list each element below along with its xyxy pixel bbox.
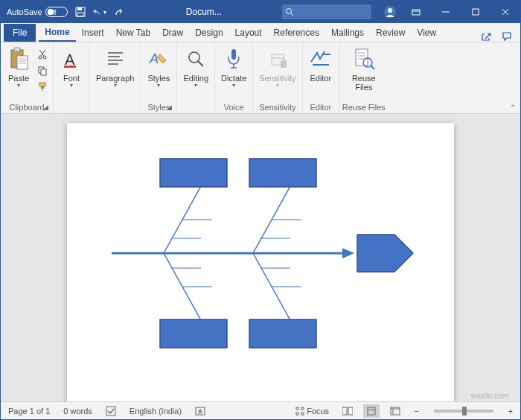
group-voice: Dictate▾ Voice [215, 42, 253, 113]
print-layout-button[interactable] [363, 404, 380, 418]
ribbon-display-button[interactable] [401, 1, 431, 23]
svg-text:A: A [149, 51, 159, 66]
svg-point-6 [388, 8, 392, 13]
undo-icon[interactable]: ▾ [93, 5, 106, 19]
editor-button[interactable]: Editor [306, 45, 336, 84]
reuse-files-button[interactable]: Reuse Files [349, 45, 379, 93]
collapse-ribbon-button[interactable]: ⌃ [510, 104, 516, 112]
reuse-label: Reuse Files [352, 74, 376, 92]
svg-rect-75 [296, 407, 298, 410]
tab-review[interactable]: Review [370, 24, 411, 42]
font-button[interactable]: A Font▾ [57, 45, 86, 91]
word-window: AutoSave Off ▾ Docum... [0, 0, 521, 420]
titlebar: AutoSave Off ▾ Docum... [1, 1, 520, 23]
spellcheck-status[interactable] [103, 406, 119, 416]
svg-rect-25 [39, 83, 45, 86]
svg-rect-14 [14, 48, 20, 51]
svg-rect-80 [348, 407, 353, 415]
reuse-files-icon [352, 47, 376, 71]
minimize-button[interactable] [431, 1, 461, 23]
svg-line-73 [199, 411, 200, 414]
styles-launcher[interactable]: ◢ [167, 104, 172, 111]
web-layout-button[interactable] [387, 404, 403, 418]
accessibility-icon [195, 406, 205, 416]
tab-newtab[interactable]: New Tab [110, 24, 156, 42]
paste-button[interactable]: Paste▾ [4, 45, 33, 91]
tab-draw[interactable]: Draw [156, 24, 189, 42]
document-area[interactable] [1, 114, 520, 401]
tab-mailings[interactable]: Mailings [325, 24, 370, 42]
tab-layout[interactable]: Layout [229, 24, 268, 42]
tab-view[interactable]: View [411, 24, 442, 42]
zoom-thumb[interactable] [462, 407, 467, 416]
svg-rect-1 [77, 7, 82, 10]
group-styles: A Styles▾ Styles◢ [141, 42, 177, 113]
svg-rect-65 [160, 159, 227, 187]
editing-icon [184, 47, 208, 71]
svg-line-50 [371, 66, 374, 69]
svg-rect-10 [473, 9, 479, 15]
zoom-slider[interactable] [434, 410, 493, 413]
svg-point-71 [199, 409, 201, 410]
autosave-toggle[interactable]: AutoSave Off [7, 7, 68, 17]
read-mode-button[interactable] [339, 404, 356, 418]
comments-button[interactable] [496, 31, 517, 42]
ribbon-tabs: File Home Insert New Tab Draw Design Lay… [1, 23, 520, 42]
toggle-switch-icon: Off [45, 7, 68, 17]
styles-button[interactable]: A Styles▾ [144, 45, 173, 91]
tab-file[interactable]: File [4, 24, 36, 42]
focus-mode-button[interactable]: Focus [293, 407, 332, 416]
save-icon[interactable] [74, 5, 87, 19]
copy-button[interactable] [35, 63, 50, 78]
sensitivity-group-label: Sensitivity [259, 103, 296, 112]
clipboard-group-label: Clipboard [9, 103, 44, 112]
format-painter-button[interactable] [35, 80, 50, 95]
account-icon[interactable] [379, 5, 401, 19]
zoom-in-button[interactable]: + [505, 407, 516, 416]
svg-line-74 [200, 411, 202, 414]
tab-insert[interactable]: Insert [76, 24, 110, 42]
svg-rect-81 [368, 407, 375, 415]
svg-line-36 [198, 61, 203, 66]
svg-rect-24 [41, 69, 46, 75]
paragraph-button[interactable]: Paragraph▾ [93, 45, 137, 91]
group-font: A Font▾ [54, 42, 90, 113]
tab-references[interactable]: References [268, 24, 325, 42]
close-button[interactable] [490, 1, 520, 23]
focus-icon [295, 407, 304, 416]
svg-rect-77 [296, 413, 298, 415]
dictate-button[interactable]: Dictate▾ [218, 45, 249, 91]
svg-rect-68 [249, 319, 316, 348]
page[interactable] [67, 123, 454, 401]
search-icon [285, 7, 294, 16]
editing-button[interactable]: Editing▾ [180, 45, 211, 91]
word-count-status[interactable]: 0 words [60, 407, 95, 416]
svg-rect-26 [41, 86, 44, 89]
group-clipboard: Paste▾ Clipboard◢ [1, 42, 54, 113]
sensitivity-icon [266, 47, 290, 71]
sensitivity-button: Sensitivity▾ [256, 45, 299, 91]
spellcheck-icon [106, 406, 116, 416]
svg-rect-66 [249, 159, 316, 187]
share-button[interactable] [476, 31, 496, 42]
statusbar: Page 1 of 1 0 words English (India) Focu… [1, 401, 520, 419]
svg-point-20 [43, 56, 46, 59]
paste-icon [7, 47, 31, 71]
page-number-status[interactable]: Page 1 of 1 [5, 407, 53, 416]
accessibility-status[interactable] [192, 406, 208, 416]
maximize-button[interactable] [461, 1, 490, 23]
redo-icon[interactable] [112, 5, 126, 19]
tab-home[interactable]: Home [39, 24, 75, 42]
tab-design[interactable]: Design [189, 24, 228, 42]
language-status[interactable]: English (India) [127, 407, 185, 416]
svg-rect-37 [231, 49, 236, 60]
fishbone-diagram [67, 123, 454, 401]
svg-rect-15 [17, 56, 28, 69]
cut-button[interactable] [35, 47, 50, 62]
svg-rect-45 [356, 49, 368, 66]
svg-rect-2 [77, 13, 83, 16]
clipboard-launcher[interactable]: ◢ [43, 104, 48, 111]
zoom-out-button[interactable]: − [411, 407, 421, 416]
search-box[interactable] [282, 4, 371, 19]
svg-rect-7 [412, 10, 420, 15]
